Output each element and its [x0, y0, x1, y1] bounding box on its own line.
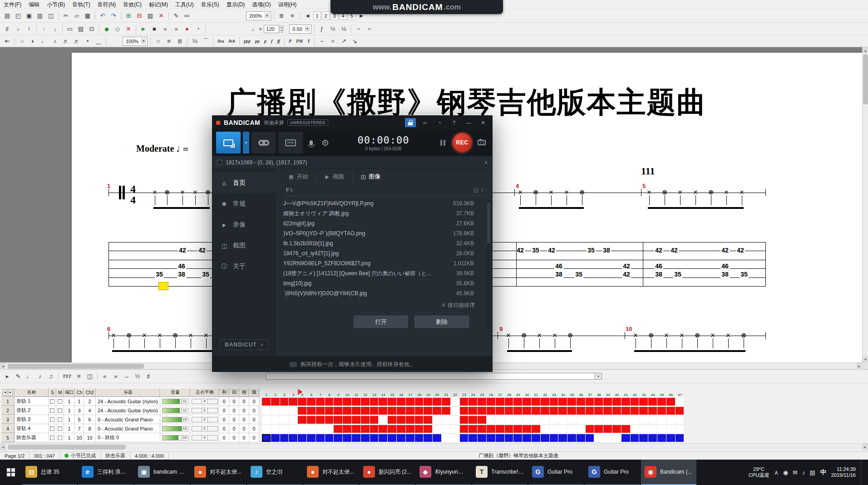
grid-cell[interactable]	[388, 434, 396, 442]
grid-cell[interactable]	[513, 407, 522, 415]
grid-cell[interactable]	[648, 416, 657, 424]
grid-cell[interactable]	[415, 407, 424, 415]
redo-icon[interactable]: ↷	[108, 11, 118, 21]
grid-cell[interactable]	[550, 425, 558, 433]
measure-ruler-number[interactable]: 25	[478, 393, 487, 397]
eighth-note-icon[interactable]: ♪	[50, 36, 60, 46]
menu-item-2[interactable]: 小节(B)	[43, 0, 69, 9]
grid-cell[interactable]	[352, 407, 360, 415]
grid-cell[interactable]	[424, 407, 432, 415]
taskbar-item-ie[interactable]: e三得利 浪味...	[78, 460, 133, 485]
file-row[interactable]: 姬骑士オリヴィア 調教.jpg37.7KB	[283, 208, 486, 218]
tablature-icon[interactable]: ▭	[65, 24, 75, 34]
measure-ruler-number[interactable]: 43	[639, 393, 648, 397]
grid-cell[interactable]	[298, 416, 306, 424]
tempo-spinner[interactable]: ♩ =120▴▾	[252, 25, 284, 33]
measure-ruler-number[interactable]: 36	[577, 393, 586, 397]
go-start-icon[interactable]: ⇤	[2, 36, 12, 46]
grid-cell[interactable]	[379, 416, 387, 424]
note-quarter-icon[interactable]: ♩	[24, 371, 34, 381]
flat-icon[interactable]: ♭	[13, 24, 23, 34]
grid-cell[interactable]	[612, 434, 621, 442]
mute-checkbox[interactable]	[58, 426, 62, 431]
grid-cell[interactable]	[280, 434, 289, 442]
grid-cell[interactable]	[379, 398, 387, 406]
grid-cell[interactable]	[442, 434, 450, 442]
file-row[interactable]: 18476_crt_iy42T[1].jpg26.0KB	[283, 248, 486, 258]
tray-volume-icon[interactable]: ♪	[802, 469, 805, 476]
grid-cell[interactable]	[532, 416, 540, 424]
paste-icon[interactable]: ▦	[83, 11, 93, 21]
grid-cell[interactable]	[451, 398, 459, 406]
slur-icon[interactable]: ⌒	[201, 36, 211, 46]
grid-cell[interactable]	[343, 407, 351, 415]
measure-ruler-number[interactable]: 33	[550, 393, 559, 397]
grid-cell[interactable]	[676, 416, 684, 424]
grid-cell[interactable]	[567, 416, 576, 424]
grid-cell[interactable]	[541, 425, 549, 433]
grid-cell[interactable]	[433, 434, 441, 442]
tremolo-icon[interactable]: ≈	[328, 36, 338, 46]
grid-cell[interactable]	[586, 425, 594, 433]
grid-cell[interactable]	[523, 425, 531, 433]
folder-open-icon[interactable]: ◱	[474, 187, 478, 193]
solo-checkbox[interactable]	[50, 426, 54, 431]
grid-cell[interactable]	[343, 398, 351, 406]
grid-cell[interactable]	[666, 407, 675, 415]
grid-cell[interactable]	[307, 434, 316, 442]
mute-checkbox[interactable]	[58, 399, 62, 404]
grid-cell[interactable]	[370, 434, 379, 442]
measure-ruler-number[interactable]: 7	[316, 393, 325, 397]
measure-ruler-number[interactable]: 38	[594, 393, 603, 397]
grid-cell[interactable]	[586, 407, 594, 415]
mute-checkbox[interactable]	[58, 417, 62, 422]
print-preview-icon[interactable]: ◫	[46, 11, 56, 21]
taskbar-item-score-folder[interactable]: ▤总谱 35	[22, 460, 77, 485]
webcam-button[interactable]	[319, 132, 331, 153]
lock-icon[interactable]	[405, 118, 416, 127]
grid-cell[interactable]	[523, 398, 531, 406]
grid-cell[interactable]	[657, 425, 666, 433]
menu-item-8[interactable]: 音乐(S)	[197, 0, 223, 9]
measure-ruler-number[interactable]: 47	[676, 393, 685, 397]
grid-cell[interactable]	[370, 398, 379, 406]
grid-cell[interactable]	[532, 398, 540, 406]
grid-cell[interactable]	[316, 407, 325, 415]
menu-item-6[interactable]: 标记(M)	[145, 0, 172, 9]
grid-cell[interactable]	[621, 407, 630, 415]
grid-cell[interactable]	[676, 398, 684, 406]
grid-cell[interactable]	[298, 434, 306, 442]
thirtysecond-note-icon[interactable]: ♬	[72, 36, 82, 46]
grid-cell[interactable]	[343, 425, 351, 433]
cut-icon[interactable]: ✂	[61, 11, 71, 21]
grid-cell[interactable]	[541, 434, 549, 442]
grid-cell[interactable]	[487, 425, 495, 433]
grid-cell[interactable]	[352, 434, 360, 442]
grid-cell[interactable]	[513, 434, 522, 442]
grid-cell[interactable]	[586, 398, 594, 406]
track-name[interactable]: 音轨 3	[15, 415, 49, 424]
grid-cell[interactable]	[397, 434, 405, 442]
measure-ruler-number[interactable]: 15	[388, 393, 397, 397]
menu-item-3[interactable]: 音轨(T)	[69, 0, 94, 9]
balance-slider[interactable]: 4	[192, 399, 218, 404]
grid-cell[interactable]	[370, 416, 379, 424]
help-icon[interactable]: ?	[449, 118, 459, 127]
grid-cell[interactable]	[262, 407, 271, 415]
sidebar-item-about[interactable]: ⓘ关于	[212, 256, 276, 277]
grid-cell[interactable]	[280, 407, 289, 415]
measure-ruler-number[interactable]: 1	[262, 393, 271, 397]
zoom-select[interactable]: 200%▾	[246, 11, 271, 20]
grid-cell[interactable]	[262, 398, 271, 406]
cursor-icon[interactable]: ▸	[2, 371, 12, 381]
dynamic-f-icon[interactable]: f	[269, 36, 274, 46]
grid-cell[interactable]	[550, 398, 558, 406]
grid-cell[interactable]	[460, 434, 469, 442]
grid-cell[interactable]	[648, 425, 657, 433]
grid-cell[interactable]	[289, 434, 297, 442]
grid-cell[interactable]	[460, 407, 469, 415]
mute-checkbox[interactable]	[58, 408, 62, 413]
grid-cell[interactable]	[496, 398, 504, 406]
taskbar-item-chat[interactable]: ◆和yunyun—...	[416, 460, 471, 485]
grid-cell[interactable]	[657, 416, 666, 424]
